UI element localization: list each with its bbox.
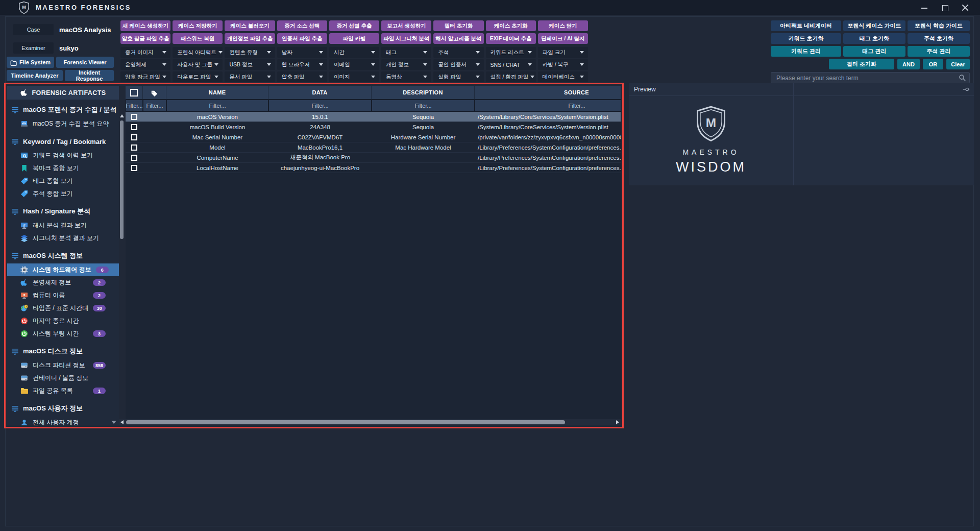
sidebar-item[interactable]: 태그 종합 보기: [7, 175, 119, 187]
sidebar-item[interactable]: 디스크 파티션 정보858: [7, 359, 119, 372]
horizontal-scrollbar[interactable]: [119, 419, 621, 425]
sidebar-item[interactable]: macOS 증거 수집 분석 요약: [7, 117, 119, 130]
table-row[interactable]: macOS Version15.0.1Sequoia/System/Librar…: [126, 112, 621, 122]
case-action-button[interactable]: 개인정보 파일 추출: [225, 33, 275, 44]
toolbar-button[interactable]: 포렌식 학습 가이드: [908, 20, 970, 31]
case-action-button[interactable]: 필터 초기화: [433, 20, 483, 31]
sidebar-item[interactable]: #해시 분석 결과 보기: [7, 219, 119, 232]
column-header-data[interactable]: DATA: [268, 86, 372, 99]
sidebar-item[interactable]: 컴퓨터 이름2: [7, 289, 119, 302]
case-action-button[interactable]: 케이스 초기화: [486, 20, 536, 31]
sidebar-item[interactable]: 시그니처 분석 결과 보기: [7, 232, 119, 245]
column-filter-input[interactable]: Filter...: [143, 100, 166, 111]
horizontal-scrollbar-thumb[interactable]: [126, 420, 565, 424]
filter-dropdown[interactable]: 파일 크기: [538, 47, 588, 58]
filter-dropdown[interactable]: 날짜: [277, 47, 327, 58]
row-checkbox[interactable]: [131, 124, 137, 130]
sidebar-section-header[interactable]: macOS 사용자 정보: [7, 404, 119, 413]
column-header-name[interactable]: NAME: [166, 86, 268, 99]
filter-dropdown[interactable]: 실행 파일: [433, 71, 483, 82]
sidebar-item[interactable]: 시스템 부팅 시간3: [7, 327, 119, 340]
sidebar-item[interactable]: 타임존 / 표준 시간대30: [7, 302, 119, 315]
sidebar-section-header[interactable]: macOS 디스크 정보: [7, 347, 119, 356]
sidebar-item[interactable]: 파일 공유 목록1: [7, 384, 119, 397]
column-filter-input[interactable]: Filter...: [167, 100, 268, 111]
filter-dropdown[interactable]: 컨텐츠 유형: [225, 47, 275, 58]
filter-dropdown[interactable]: SNS / CHAT: [486, 59, 536, 70]
sidebar-item[interactable]: 운영체제 정보2: [7, 276, 119, 289]
sidebar-item[interactable]: 주석 종합 보기: [7, 187, 119, 200]
filter-dropdown[interactable]: 다운로드 파일: [173, 71, 223, 82]
case-action-button[interactable]: 새 케이스 생성하기: [120, 20, 170, 31]
table-row[interactable]: ComputerName채준혁의 MacBook Pro/Library/Pre…: [126, 153, 621, 163]
scroll-up-icon[interactable]: [120, 114, 124, 117]
sidebar-item[interactable]: 시스템 하드웨어 정보6: [7, 263, 119, 276]
filter-dropdown[interactable]: 포렌식 아티팩트: [173, 47, 223, 58]
file-system-button[interactable]: File System: [7, 57, 54, 68]
case-action-button[interactable]: 파일 카빙: [329, 33, 379, 44]
sidebar-item[interactable]: 컨테이너 / 볼륨 정보: [7, 372, 119, 384]
toolbar-button[interactable]: 포렌식 케이스 가이드: [843, 20, 905, 31]
column-filter-input[interactable]: Filter...: [269, 100, 371, 111]
case-action-button[interactable]: 딥페이크 / AI 탐지: [538, 33, 588, 44]
filter-dropdown[interactable]: 암호 잠금 파일: [120, 71, 170, 82]
and-operator-button[interactable]: AND: [897, 59, 920, 69]
filter-dropdown[interactable]: 개인 정보: [381, 59, 431, 70]
table-row[interactable]: Mac Serial NumberC02ZVAFVMD6THardware Se…: [126, 132, 621, 142]
case-action-button[interactable]: 패스워드 복원: [173, 33, 223, 44]
sidebar-section-header[interactable]: Hash / Signature 분석: [7, 207, 119, 216]
filter-dropdown[interactable]: 설정 / 환경 파일: [486, 71, 536, 82]
scroll-left-icon[interactable]: [120, 420, 124, 424]
filter-dropdown[interactable]: 이미지: [329, 71, 379, 82]
column-header-source[interactable]: SOURCE: [475, 86, 621, 99]
filter-dropdown[interactable]: 증거 이미지: [120, 47, 170, 58]
filter-dropdown[interactable]: 공인 인증서: [433, 59, 483, 70]
filter-dropdown[interactable]: 카빙 / 복구: [538, 59, 588, 70]
row-checkbox[interactable]: [131, 155, 137, 161]
row-checkbox[interactable]: [131, 134, 137, 140]
maximize-icon[interactable]: [941, 4, 948, 11]
sidebar-item[interactable]: 전체 사용자 계정: [7, 416, 119, 425]
minimize-icon[interactable]: [921, 4, 928, 11]
case-action-button[interactable]: 케이스 불러오기: [225, 20, 275, 31]
manage-button[interactable]: 주석 관리: [908, 46, 970, 57]
manage-button[interactable]: 태그 관리: [843, 46, 905, 57]
sidebar-item[interactable]: 키워드 검색 이력 보기: [7, 149, 119, 162]
table-row[interactable]: ModelMacBookPro16,1Mac Hardware Model/Li…: [126, 142, 621, 153]
sidebar-section-header[interactable]: macOS 포렌식 증거 수집 / 분석: [7, 105, 119, 114]
sidebar-section-header[interactable]: Keyword / Tag / Bookmark: [7, 137, 119, 146]
or-operator-button[interactable]: OR: [923, 59, 943, 69]
row-checkbox[interactable]: [131, 165, 137, 171]
search-input[interactable]: [771, 72, 970, 84]
scroll-right-icon[interactable]: [616, 420, 619, 424]
table-row[interactable]: LocalHostNamechaejunhyeog-ui-MacBookPro/…: [126, 163, 621, 173]
case-action-button[interactable]: 파일 시그니처 분석: [381, 33, 431, 44]
manage-button[interactable]: 키워드 관리: [771, 46, 841, 57]
case-action-button[interactable]: 암호 잠금 파일 추출: [120, 33, 170, 44]
toolbar-button[interactable]: 아티팩트 네비게이터: [771, 20, 841, 31]
filter-dropdown[interactable]: 이메일: [329, 59, 379, 70]
case-action-button[interactable]: 해시 알고리즘 분석: [433, 33, 483, 44]
timeline-analyzer-button[interactable]: Timeline Analyzer: [7, 70, 63, 81]
sidebar-section-header[interactable]: macOS 시스템 정보: [7, 251, 119, 260]
case-action-button[interactable]: 인증서 파일 추출: [277, 33, 327, 44]
case-action-button[interactable]: EXIF 데이터 추출: [486, 33, 536, 44]
vertical-scrollbar-thumb[interactable]: [120, 120, 124, 239]
column-filter-input[interactable]: Filter...: [126, 100, 142, 111]
filter-dropdown[interactable]: 웹 브라우저: [277, 59, 327, 70]
sidebar-scroll-down-icon[interactable]: [111, 421, 116, 424]
case-action-button[interactable]: 보고서 생성하기: [381, 20, 431, 31]
filter-dropdown[interactable]: 사용자 및 그룹: [173, 59, 223, 70]
toolbar-button[interactable]: 태그 초기화: [843, 33, 905, 44]
filter-dropdown[interactable]: 주석: [433, 47, 483, 58]
filter-dropdown[interactable]: 동영상: [381, 71, 431, 82]
column-filter-input[interactable]: Filter...: [475, 100, 621, 111]
row-checkbox[interactable]: [131, 114, 137, 120]
filter-reset-button[interactable]: 필터 초기화: [829, 59, 894, 69]
row-checkbox[interactable]: [131, 144, 137, 151]
toolbar-button[interactable]: 키워드 초기화: [771, 33, 841, 44]
preview-toggle-icon[interactable]: [963, 86, 970, 93]
case-action-button[interactable]: 증거 소스 선택: [277, 20, 327, 31]
case-action-button[interactable]: 케이스 닫기: [538, 20, 588, 31]
clear-button[interactable]: Clear: [946, 59, 970, 69]
